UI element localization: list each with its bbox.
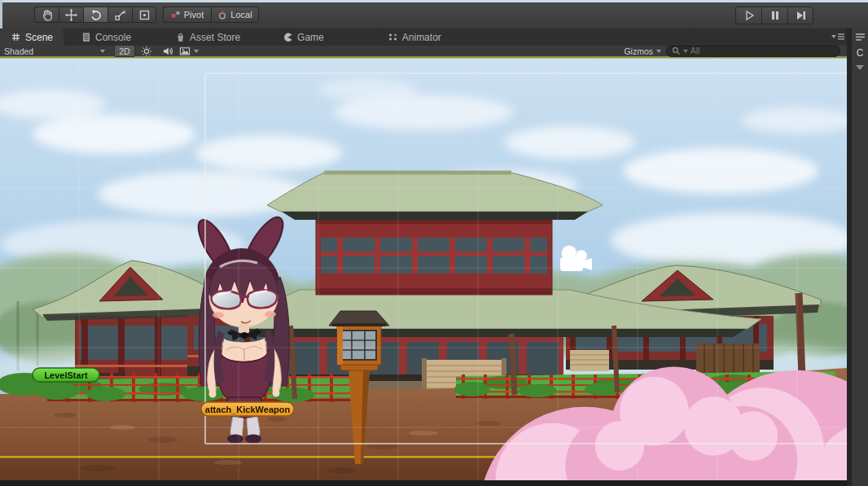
tab-scene[interactable]: Scene [0, 28, 64, 46]
play-icon [742, 8, 756, 23]
window-left-edge [0, 0, 2, 28]
store-icon [175, 32, 186, 42]
pivot-icon [171, 10, 181, 20]
pivot-button[interactable]: Pivot [163, 7, 211, 23]
gizmo-label-levelstart[interactable]: LevelStart [33, 368, 99, 382]
tab-animator[interactable]: Animator [377, 28, 452, 46]
tab-game[interactable]: Game [272, 28, 335, 46]
gizmos-label: Gizmos [624, 46, 653, 56]
effects-dropdown-button[interactable] [179, 46, 199, 56]
hand-icon [40, 8, 54, 22]
hand-tool-button[interactable] [34, 7, 59, 23]
scene-search-field[interactable] [666, 46, 840, 57]
rotate-icon [89, 8, 103, 22]
pause-button[interactable] [761, 7, 787, 24]
step-icon [793, 8, 808, 23]
panel-tab-bar: Scene Console Asset Store Game [0, 28, 868, 46]
main-toolbar: Pivot Local [0, 0, 868, 29]
selection-bounds-top-line [0, 57, 847, 59]
gizmos-dropdown[interactable]: Gizmos [619, 46, 666, 56]
panel-divider[interactable] [847, 28, 851, 486]
sun-icon [141, 46, 152, 57]
right-dock-panel-edge: C [851, 28, 868, 486]
audio-toggle-button[interactable] [158, 46, 178, 56]
transform-tools [34, 7, 156, 23]
attach-kickweapon-label-text: attach_KickWeapon [205, 405, 291, 414]
local-icon [217, 10, 227, 20]
console-icon [81, 32, 91, 42]
lighting-toggle-button[interactable] [137, 46, 156, 56]
scene-viewport[interactable]: LevelStart attach_KickWeapon [0, 57, 847, 480]
chevron-down-icon [683, 50, 688, 53]
tab-game-label: Game [297, 32, 324, 43]
scale-tool-button[interactable] [107, 7, 132, 23]
step-button[interactable] [787, 7, 813, 24]
foldout-arrow-icon[interactable] [856, 65, 864, 70]
scene-view-toolbar: Shaded 2D Gizmos [0, 46, 847, 57]
right-panel-tab-partial[interactable]: C [852, 47, 868, 59]
gizmo-label-attach-kickweapon[interactable]: attach_KickWeapon [201, 402, 294, 416]
speaker-icon [162, 46, 173, 57]
2d-label: 2D [119, 46, 129, 56]
grid-icon [11, 32, 21, 42]
chevron-down-icon [100, 50, 105, 53]
panel-context-menu-icon[interactable] [831, 32, 845, 42]
panel-menu-icon[interactable] [855, 33, 866, 42]
play-button[interactable] [735, 7, 761, 24]
local-label: Local [230, 10, 252, 20]
search-input[interactable] [690, 46, 835, 55]
scale-icon [113, 8, 127, 22]
pause-icon [768, 8, 783, 23]
magnifier-icon [672, 46, 681, 55]
move-icon [64, 8, 78, 22]
window-top-edge [0, 0, 868, 2]
levelstart-label-text: LevelStart [44, 370, 88, 380]
tab-animator-label: Animator [402, 32, 441, 43]
local-button[interactable]: Local [211, 7, 259, 23]
rotate-tool-button[interactable] [83, 7, 107, 23]
rect-icon [138, 8, 151, 22]
window-bottom-edge [0, 480, 847, 486]
pivot-label: Pivot [184, 10, 204, 20]
tab-asset-store-label: Asset Store [190, 32, 240, 43]
tab-scene-label: Scene [25, 32, 53, 43]
pivot-local-toggle: Pivot Local [163, 7, 259, 23]
unity-editor-window: Pivot Local [0, 0, 868, 486]
chevron-down-icon [656, 50, 661, 53]
2d-toggle-button[interactable]: 2D [114, 45, 135, 57]
tab-console-label: Console [95, 32, 131, 43]
render-mode-label: Shaded [4, 46, 33, 56]
tab-console[interactable]: Console [70, 28, 142, 46]
animator-icon [388, 32, 398, 42]
play-controls [735, 7, 813, 24]
game-icon [283, 32, 293, 42]
tab-asset-store[interactable]: Asset Store [164, 28, 251, 46]
image-icon [179, 46, 191, 57]
rect-tool-button[interactable] [132, 7, 156, 23]
chevron-down-icon [194, 50, 199, 53]
render-mode-dropdown[interactable]: Shaded [0, 46, 109, 56]
move-tool-button[interactable] [59, 7, 83, 23]
